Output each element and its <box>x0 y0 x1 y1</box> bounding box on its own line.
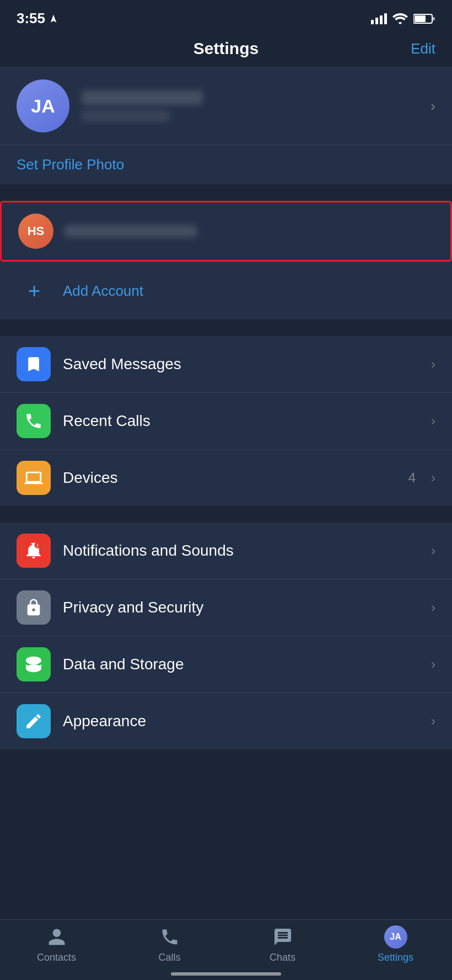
phone-icon <box>24 412 43 430</box>
bell-icon: ! <box>24 541 43 560</box>
account-section: HS + Add Account <box>0 201 452 319</box>
stack-icon <box>24 655 43 674</box>
saved-messages-label: Saved Messages <box>63 355 419 373</box>
saved-messages-chevron: › <box>431 356 435 372</box>
section-gap-1 <box>0 184 452 201</box>
settings-tab-avatar: JA <box>384 925 407 949</box>
location-arrow-icon <box>49 14 58 24</box>
bookmark-icon <box>24 355 43 374</box>
svg-rect-2 <box>415 15 426 22</box>
saved-messages-icon <box>17 347 51 381</box>
notifications-label: Notifications and Sounds <box>63 542 419 560</box>
second-account-avatar: HS <box>18 214 53 249</box>
add-account-row[interactable]: + Add Account <box>0 262 452 319</box>
chat-icon <box>273 927 293 947</box>
signal-bars <box>371 13 387 24</box>
devices-badge: 4 <box>408 470 416 486</box>
notifications-icon: ! <box>17 534 51 568</box>
recent-calls-chevron: › <box>431 413 435 429</box>
privacy-icon <box>17 590 51 625</box>
wifi-icon <box>392 13 408 24</box>
privacy-chevron: › <box>431 600 435 615</box>
privacy-item[interactable]: Privacy and Security › <box>0 579 452 636</box>
pencil-icon <box>24 712 43 731</box>
menu-section-2: ! Notifications and Sounds › Privacy and… <box>0 523 452 749</box>
privacy-label: Privacy and Security <box>63 599 419 616</box>
battery-icon <box>413 13 435 24</box>
status-bar: 3:55 <box>0 0 452 33</box>
edit-button[interactable]: Edit <box>411 40 435 57</box>
devices-chevron: › <box>431 470 435 486</box>
tab-chats[interactable]: Chats <box>226 925 339 963</box>
data-storage-label: Data and Storage <box>63 656 419 673</box>
settings-tab-icon: JA <box>384 925 407 949</box>
contacts-tab-icon <box>45 925 68 949</box>
appearance-label: Appearance <box>63 712 419 730</box>
chats-tab-label: Chats <box>270 952 295 963</box>
bottom-padding <box>0 749 452 838</box>
nav-bar: Settings Edit <box>0 33 452 67</box>
tab-calls[interactable]: Calls <box>113 925 226 963</box>
appearance-chevron: › <box>431 713 435 729</box>
set-profile-photo-label[interactable]: Set Profile Photo <box>17 156 124 173</box>
add-icon: + <box>17 273 52 308</box>
calls-tab-icon <box>158 925 181 949</box>
profile-name-blurred <box>82 90 203 105</box>
menu-section-1: Saved Messages › Recent Calls › Devices … <box>0 336 452 506</box>
data-storage-item[interactable]: Data and Storage › <box>0 636 452 693</box>
devices-icon <box>17 461 51 495</box>
section-gap-3 <box>0 506 452 523</box>
notifications-chevron: › <box>431 543 435 558</box>
status-icons <box>371 13 435 24</box>
tab-contacts[interactable]: Contacts <box>0 925 113 963</box>
person-icon <box>47 927 67 947</box>
status-time: 3:55 <box>17 10 58 27</box>
profile-section[interactable]: JA › <box>0 67 452 145</box>
data-storage-icon <box>17 647 51 681</box>
calls-tab-label: Calls <box>158 952 180 963</box>
recent-calls-item[interactable]: Recent Calls › <box>0 393 452 450</box>
saved-messages-item[interactable]: Saved Messages › <box>0 336 452 393</box>
tab-bar: Contacts Calls Chats JA Settings <box>0 919 452 980</box>
devices-label: Devices <box>63 469 396 487</box>
second-account-item[interactable]: HS <box>0 201 452 262</box>
settings-tab-label: Settings <box>378 952 413 963</box>
tab-settings[interactable]: JA Settings <box>339 925 452 963</box>
calls-phone-icon <box>160 927 180 947</box>
laptop-icon <box>24 468 43 487</box>
section-gap-2 <box>0 319 452 336</box>
recent-calls-icon <box>17 404 51 438</box>
appearance-item[interactable]: Appearance › <box>0 693 452 749</box>
add-account-label[interactable]: Add Account <box>63 283 143 300</box>
appearance-icon <box>17 704 51 738</box>
svg-rect-1 <box>433 17 435 20</box>
chats-tab-icon <box>271 925 294 949</box>
notifications-item[interactable]: ! Notifications and Sounds › <box>0 523 452 579</box>
page-title: Settings <box>193 39 259 58</box>
avatar: JA <box>17 79 69 132</box>
contacts-tab-label: Contacts <box>37 952 76 963</box>
home-indicator <box>171 972 281 976</box>
profile-phone-blurred <box>82 110 170 121</box>
profile-chevron: › <box>431 98 435 115</box>
devices-item[interactable]: Devices 4 › <box>0 450 452 506</box>
lock-icon <box>24 598 43 617</box>
svg-text:!: ! <box>37 543 39 548</box>
recent-calls-label: Recent Calls <box>63 412 419 430</box>
second-account-name-blurred <box>64 225 197 237</box>
profile-info <box>82 90 418 121</box>
set-profile-photo-row[interactable]: Set Profile Photo <box>0 145 452 184</box>
data-storage-chevron: › <box>431 657 435 672</box>
